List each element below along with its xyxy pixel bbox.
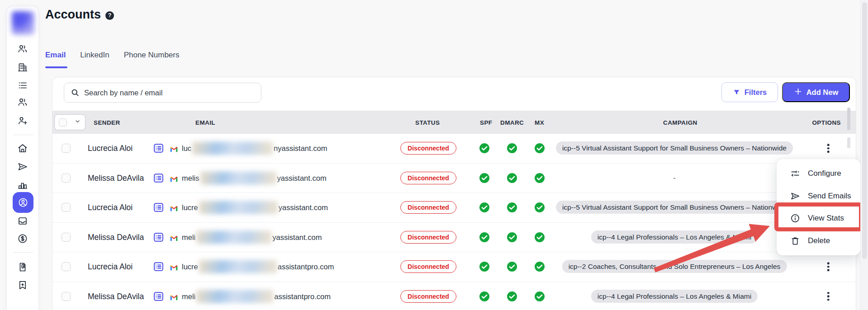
app-logo <box>12 11 34 35</box>
col-options: OPTIONS <box>812 119 841 126</box>
status-badge: Disconnected <box>400 231 456 244</box>
mx-pass-icon <box>534 202 545 213</box>
send-icon[interactable] <box>17 161 28 172</box>
redaction-blur <box>199 201 278 214</box>
sidebar <box>6 6 39 310</box>
plus-icon <box>794 87 802 98</box>
table-header: SENDER EMAIL STATUS SPF DMARC MX CAMPAIG… <box>52 111 856 134</box>
mx-pass-icon <box>534 232 545 243</box>
inbox-icon[interactable] <box>17 216 28 226</box>
bookmark-sparkle-icon[interactable] <box>17 280 28 291</box>
user-plus-icon[interactable] <box>17 115 28 126</box>
users-icon[interactable] <box>17 43 28 54</box>
menu-item-view-stats[interactable]: View Stats <box>777 207 860 230</box>
campaign-empty: - <box>673 174 675 182</box>
menu-item-configure[interactable]: Configure <box>777 162 860 185</box>
gmail-icon <box>169 263 179 271</box>
row-checkbox[interactable] <box>62 203 71 212</box>
redaction-blur <box>199 260 277 273</box>
details-card-icon[interactable] <box>153 231 164 243</box>
col-sender: SENDER <box>94 119 120 126</box>
add-new-button[interactable]: Add New <box>782 82 850 102</box>
row-options-menu: Configure Send Emails View Stats Delete <box>777 159 860 255</box>
row-checkbox[interactable] <box>62 233 71 242</box>
funnel-icon <box>733 89 740 96</box>
row-checkbox[interactable] <box>62 292 71 301</box>
select-all-checkbox[interactable] <box>59 118 67 127</box>
sender-name: Lucrecia Aloi <box>88 262 133 272</box>
sidebar-item-accounts-active[interactable] <box>13 192 33 213</box>
col-spf: SPF <box>480 119 492 126</box>
details-card-icon[interactable] <box>153 143 164 154</box>
details-card-icon[interactable] <box>153 202 164 213</box>
tab-email[interactable]: Email <box>45 51 66 60</box>
details-card-icon[interactable] <box>153 172 164 183</box>
info-circle-icon <box>790 213 800 223</box>
sender-name: Melissa DeAvila <box>88 232 144 242</box>
sender-name: Lucrecia Aloi <box>88 144 133 153</box>
status-badge: Disconnected <box>400 142 456 155</box>
gmail-icon <box>169 145 179 152</box>
inner-scrollbar-thumb[interactable] <box>847 137 850 148</box>
gmail-icon <box>169 174 179 182</box>
col-dmarc: DMARC <box>500 119 524 126</box>
campaign-badge: icp--4 Legal Professionals – Los Angeles… <box>591 230 758 244</box>
spf-pass-icon <box>479 143 490 154</box>
help-icon[interactable]: ? <box>105 11 114 20</box>
active-tab-underline <box>45 66 67 68</box>
table-body: Lucrecia Aloi lucnyassistant.com Disconn… <box>52 134 856 310</box>
menu-item-send-emails[interactable]: Send Emails <box>777 185 860 207</box>
home-icon[interactable] <box>17 143 28 154</box>
email-address: lucnyassistant.com <box>182 142 327 155</box>
campaign-badge: icp--5 Virtual Assistant Support for Sma… <box>556 201 793 214</box>
status-badge: Disconnected <box>400 172 456 184</box>
select-all-control[interactable] <box>54 114 85 130</box>
dmarc-pass-icon <box>507 202 517 213</box>
row-checkbox[interactable] <box>62 144 71 153</box>
gmail-icon <box>169 233 179 241</box>
redaction-blur <box>200 171 276 184</box>
table-row: Melissa DeAvila meliassistantpro.com Dis… <box>52 282 856 310</box>
sender-name: Lucrecia Aloi <box>88 203 133 212</box>
row-checkbox[interactable] <box>62 174 71 183</box>
status-badge: Disconnected <box>400 290 456 303</box>
mx-pass-icon <box>534 173 545 183</box>
mx-pass-icon <box>534 261 545 272</box>
redaction-blur <box>196 230 271 244</box>
table-row: Lucrecia Aloi lucreassistantpro.com Disc… <box>52 252 856 282</box>
document-clip-icon[interactable] <box>17 262 28 272</box>
table-row: Lucrecia Aloi lucnyassistant.com Disconn… <box>52 134 856 164</box>
details-card-icon[interactable] <box>153 291 164 302</box>
search-box[interactable] <box>64 83 261 103</box>
row-options-kebab-icon[interactable] <box>825 261 831 273</box>
spf-pass-icon <box>479 291 490 302</box>
sliders-icon <box>790 169 800 178</box>
tab-phone-numbers[interactable]: Phone Numbers <box>124 51 180 60</box>
row-checkbox[interactable] <box>62 262 71 271</box>
row-options-kebab-icon[interactable] <box>825 142 831 155</box>
menu-item-delete[interactable]: Delete <box>777 230 860 252</box>
dollar-circle-icon[interactable] <box>17 233 28 244</box>
chevron-down-icon <box>74 118 81 127</box>
user-circle-icon <box>18 197 28 208</box>
col-campaign: CAMPAIGN <box>663 119 697 126</box>
tab-linkedin[interactable]: LinkedIn <box>80 51 109 60</box>
details-card-icon[interactable] <box>153 261 164 272</box>
col-status: STATUS <box>415 119 440 126</box>
building-icon[interactable] <box>17 62 28 73</box>
filters-button[interactable]: Filters <box>721 82 778 102</box>
col-email: EMAIL <box>195 119 215 126</box>
gmail-icon <box>169 204 179 211</box>
scrollbar-thumb[interactable] <box>862 2 867 259</box>
inner-scrollbar-thumb[interactable] <box>847 108 850 130</box>
contacts-icon[interactable] <box>17 97 28 108</box>
search-input[interactable] <box>84 89 255 97</box>
bar-chart-icon[interactable] <box>17 179 28 190</box>
table-row: Melissa DeAvila meliyassistant.com Disco… <box>52 223 856 253</box>
campaign-badge: icp--2 Coaches, Consultants, and Solo En… <box>562 260 787 273</box>
row-options-kebab-icon[interactable] <box>825 290 831 303</box>
list-icon[interactable] <box>17 80 28 91</box>
dmarc-pass-icon <box>507 232 517 243</box>
send-icon <box>790 191 800 201</box>
spf-pass-icon <box>479 202 490 213</box>
